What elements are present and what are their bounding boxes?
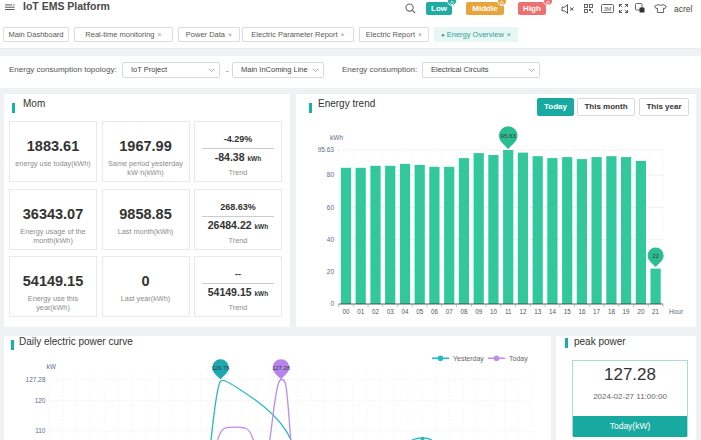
svg-text:13: 13 [534,308,542,315]
svg-text:03: 03 [387,308,395,315]
svg-text:15: 15 [564,308,572,315]
svg-text:Yesterday: Yesterday [453,355,484,363]
svg-text:05: 05 [416,308,424,315]
svg-text:01: 01 [357,308,365,315]
svg-text:Hour: Hour [669,308,684,315]
svg-text:126.76: 126.76 [212,365,230,371]
svg-text:16: 16 [578,308,586,315]
svg-text:07: 07 [446,308,454,315]
svg-text:11: 11 [505,308,512,315]
svg-text:09: 09 [475,308,483,315]
svg-text:95.63: 95.63 [318,146,335,153]
svg-text:80: 80 [327,171,335,178]
svg-text:127.28: 127.28 [272,365,290,371]
svg-text:60: 60 [327,204,335,211]
svg-text:19: 19 [623,308,631,315]
svg-text:22: 22 [652,252,659,259]
svg-text:12: 12 [519,308,527,315]
svg-text:20: 20 [327,268,335,275]
svg-text:110: 110 [35,427,46,434]
svg-text:04: 04 [401,308,409,315]
svg-text:10: 10 [490,308,498,315]
svg-text:Today: Today [509,355,528,363]
svg-text:20: 20 [637,308,645,315]
svg-text:40: 40 [327,236,335,243]
svg-text:02: 02 [372,308,380,315]
svg-text:08: 08 [460,308,468,315]
svg-text:3M: 3M [604,6,612,12]
svg-text:kW: kW [47,363,57,370]
svg-text:14: 14 [549,308,557,315]
svg-text:21: 21 [652,308,660,315]
svg-text:06: 06 [431,308,439,315]
svg-text:127.28: 127.28 [26,376,46,383]
svg-text:120: 120 [35,397,46,404]
svg-text:00: 00 [342,308,350,315]
svg-text:kWh: kWh [330,134,343,141]
svg-text:0: 0 [330,300,334,307]
svg-text:18: 18 [608,308,616,315]
svg-text:95.63: 95.63 [500,132,516,139]
svg-text:17: 17 [593,308,601,315]
